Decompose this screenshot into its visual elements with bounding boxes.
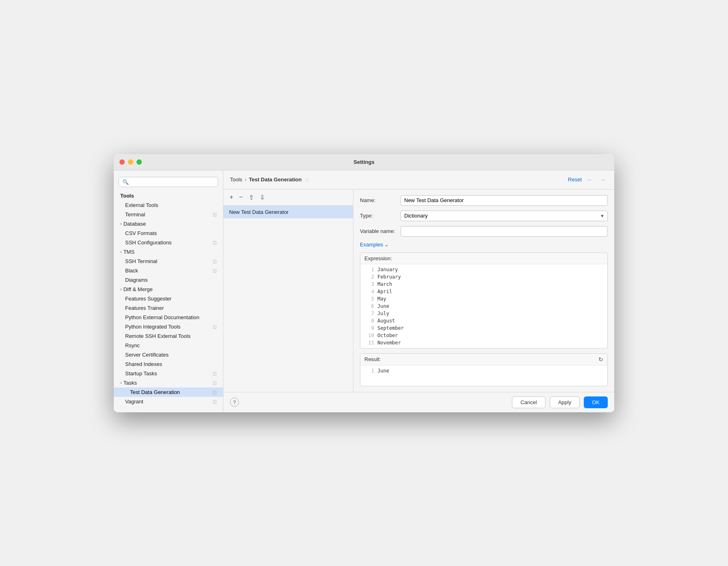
generator-item[interactable]: New Test Data Generator <box>223 206 353 218</box>
sidebar-item-rsync[interactable]: Rsync <box>114 341 223 350</box>
settings-icon: ◫ <box>212 399 217 404</box>
minimize-button[interactable] <box>128 159 133 165</box>
sidebar-item-csv-formats[interactable]: CSV Formats <box>114 229 223 238</box>
generator-items: New Test Data Generator <box>223 206 353 392</box>
sidebar-item-shared-indexes[interactable]: Shared Indexes <box>114 359 223 369</box>
expression-value: June <box>377 303 389 309</box>
sidebar-item-diff-and-merge[interactable]: › Diff & Merge <box>114 285 223 294</box>
cancel-button[interactable]: Cancel <box>512 396 545 408</box>
search-bar[interactable]: 🔍 <box>119 177 218 187</box>
sidebar-item-vagrant[interactable]: Vagrant ◫ <box>114 397 223 406</box>
sidebar-item-external-tools[interactable]: External Tools <box>114 200 223 210</box>
sidebar-item-black[interactable]: Black ◫ <box>114 266 223 275</box>
variable-name-row: Variable name: <box>360 226 608 237</box>
sidebar-item-ssh-terminal[interactable]: SSH Terminal ◫ <box>114 257 223 266</box>
help-button[interactable]: ? <box>230 398 239 407</box>
sidebar-item-database[interactable]: › Database <box>114 219 223 229</box>
sidebar-item-startup-tasks[interactable]: Startup Tasks ◫ <box>114 369 223 378</box>
expression-item: 8August <box>360 317 607 324</box>
sidebar-item-remote-ssh-external-tools[interactable]: Remote SSH External Tools <box>114 331 223 341</box>
panel-header-right: Reset ← → <box>568 175 608 184</box>
ok-button[interactable]: OK <box>584 396 608 408</box>
apply-button[interactable]: Apply <box>550 396 580 408</box>
back-button[interactable]: ← <box>585 175 595 184</box>
footer: ? Cancel Apply OK <box>223 392 614 412</box>
type-select[interactable]: Dictionary List String Integer Boolean <box>401 211 608 221</box>
expression-item: 4April <box>360 288 607 295</box>
window-title: Settings <box>353 159 374 165</box>
expression-item: 10October <box>360 332 607 339</box>
sidebar-item-ssh-configurations[interactable]: SSH Configurations ◫ <box>114 238 223 247</box>
move-up-button[interactable]: ⇧ <box>247 193 256 202</box>
generator-item-label: New Test Data Generator <box>229 209 288 215</box>
settings-icon: ◫ <box>212 380 217 385</box>
forward-button[interactable]: → <box>598 175 608 184</box>
name-label: Name: <box>360 197 396 203</box>
chevron-right-icon: › <box>120 380 122 385</box>
expression-number: 4 <box>364 289 374 294</box>
result-number: 1 <box>364 368 374 374</box>
window-controls <box>119 159 142 165</box>
config-panel: Name: Type: Dictionary List String Integ… <box>353 189 614 392</box>
expression-item: 3March <box>360 281 607 288</box>
expression-value: July <box>377 311 389 316</box>
sidebar-item-server-certificates[interactable]: Server Certificates <box>114 350 223 359</box>
expression-value: October <box>377 333 398 338</box>
expression-number: 5 <box>364 296 374 302</box>
move-down-button[interactable]: ⇩ <box>258 193 267 202</box>
settings-icon: ◫ <box>212 268 217 273</box>
add-generator-button[interactable]: + <box>228 193 235 202</box>
expression-number: 7 <box>364 311 374 316</box>
expression-value: August <box>377 318 395 324</box>
footer-left: ? <box>230 398 239 407</box>
name-input[interactable] <box>401 195 608 206</box>
copy-icon: □ <box>306 177 309 182</box>
sidebar-item-python-integrated-tools[interactable]: Python Integrated Tools ◫ <box>114 322 223 331</box>
panel-header: Tools › Test Data Generation □ Reset ← → <box>223 170 614 189</box>
reset-button[interactable]: Reset <box>568 176 582 183</box>
chevron-right-icon: › <box>120 249 122 254</box>
sidebar-item-features-trainer[interactable]: Features Trainer <box>114 303 223 313</box>
examples-row: Examples ⌄ <box>360 242 608 248</box>
expression-value: April <box>377 289 392 294</box>
titlebar: Settings <box>114 154 614 170</box>
expression-value: January <box>377 267 398 272</box>
sidebar-item-diagrams[interactable]: Diagrams <box>114 275 223 285</box>
main-panel: Tools › Test Data Generation □ Reset ← →… <box>223 170 614 412</box>
expression-number: 10 <box>364 333 374 338</box>
monitor-icon: ◫ <box>212 212 217 217</box>
maximize-button[interactable] <box>136 159 142 165</box>
footer-right: Cancel Apply OK <box>512 396 608 408</box>
search-input[interactable] <box>131 179 214 185</box>
chevron-right-icon: › <box>120 287 122 292</box>
sidebar-item-tasks[interactable]: › Tasks ◫ <box>114 378 223 387</box>
monitor-icon: ◫ <box>212 259 217 264</box>
sidebar-item-tms[interactable]: › TMS <box>114 247 223 257</box>
chevron-right-icon: › <box>120 221 122 226</box>
expression-item: 2February <box>360 273 607 281</box>
expression-number: 3 <box>364 281 374 287</box>
expression-number: 2 <box>364 274 374 280</box>
chevron-down-icon: ⌄ <box>384 242 389 248</box>
expression-value: March <box>377 281 392 287</box>
sidebar-item-terminal[interactable]: Terminal ◫ <box>114 210 223 219</box>
variable-name-input[interactable] <box>401 226 608 237</box>
expression-number: 9 <box>364 325 374 331</box>
breadcrumb-separator: › <box>245 176 246 183</box>
remove-generator-button[interactable]: − <box>237 193 245 202</box>
result-item: 1June <box>360 367 607 374</box>
sidebar-item-features-suggester[interactable]: Features Suggester <box>114 294 223 303</box>
refresh-button[interactable]: ↻ <box>598 356 603 363</box>
breadcrumb: Tools › Test Data Generation □ <box>230 176 308 183</box>
breadcrumb-parent[interactable]: Tools <box>230 176 242 183</box>
examples-button[interactable]: Examples ⌄ <box>360 242 389 248</box>
close-button[interactable] <box>119 159 125 165</box>
expression-number: 11 <box>364 340 374 346</box>
expression-number: 1 <box>364 267 374 272</box>
expression-number: 8 <box>364 318 374 324</box>
toolbar: + − ⇧ ⇩ <box>223 189 353 206</box>
sidebar-list: External Tools Terminal ◫ › Database CSV… <box>114 200 223 412</box>
sidebar-item-python-external-documentation[interactable]: Python External Documentation <box>114 313 223 322</box>
sidebar-item-test-data-generation[interactable]: Test Data Generation ◫ <box>114 387 223 397</box>
result-list: 1June <box>360 366 607 386</box>
